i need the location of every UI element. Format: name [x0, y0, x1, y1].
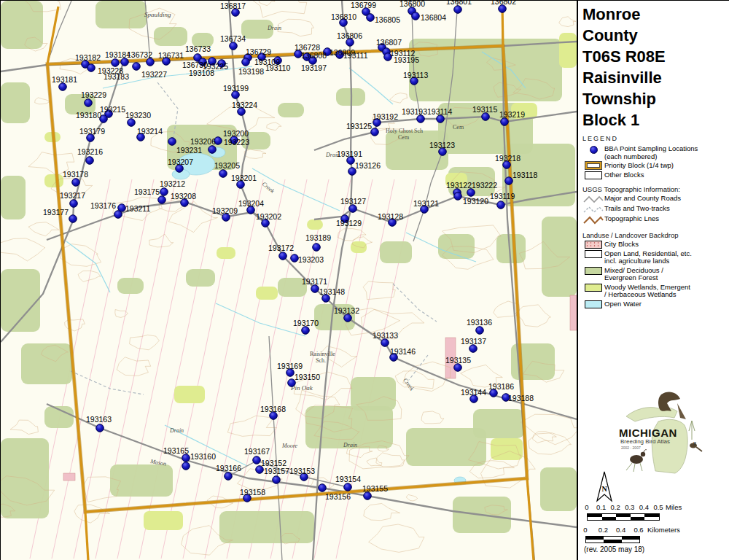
bba-point-label-193217: 193217 — [60, 191, 85, 200]
bba-point-label-193172: 193172 — [268, 244, 294, 252]
bba-point-label-193157: 193157 — [264, 467, 289, 475]
bba-point-label-193176: 193176 — [90, 201, 116, 210]
forest-patch — [1, 1, 43, 49]
legend-label: (each numbered) — [604, 152, 657, 160]
bba-point-label-193156: 193156 — [325, 492, 351, 501]
logo-numeral: II — [693, 441, 696, 446]
bba-point-label-136733: 136733 — [185, 44, 211, 53]
bba-point-193118 — [505, 177, 513, 185]
legend-item-wetland: Woody Wetlands, Emergent / Herbaceous We… — [582, 284, 729, 299]
bba-point-label-193182: 193182 — [75, 53, 101, 62]
title-line: Township — [582, 88, 729, 109]
bba-point-193222 — [467, 189, 475, 197]
bba-point-193228 — [87, 64, 95, 72]
trail-zigzag-icon — [583, 205, 604, 214]
legend-item-other-blocks: Other Blocks — [582, 171, 729, 179]
forest-patch — [473, 409, 524, 438]
bba-point-label-193179: 193179 — [79, 127, 105, 136]
bba-point-label-193122: 193122 — [446, 181, 472, 190]
bba-point-193184 — [112, 59, 120, 67]
scalebar-segment — [604, 540, 621, 542]
scalebar-tick: 0.3 — [625, 503, 634, 511]
scalebar-segment — [588, 517, 602, 520]
legend-item-trails: Trails and Two-tracks — [582, 205, 729, 214]
bba-point-label-193148: 193148 — [319, 287, 345, 296]
bba-point-label-136802: 136802 — [491, 1, 516, 6]
bba-point-label-193206: 193206 — [190, 137, 216, 146]
legend-label: City Blocks — [604, 241, 639, 249]
title-line: Monroe — [582, 4, 729, 25]
bba-point-label-193128: 193128 — [378, 212, 403, 221]
bba-point-label-193207: 193207 — [168, 158, 193, 166]
forest-patch — [154, 27, 187, 46]
bba-point-136802 — [499, 5, 507, 13]
map-canvas: SpauldingDrainHoly Ghost SchCemCemDrainC… — [1, 1, 577, 560]
legend-item-roads: Major and County Roads — [582, 195, 729, 203]
bba-point-label-193193: 193193 — [402, 107, 427, 116]
bba-point-label-193171: 193171 — [302, 277, 327, 286]
road-zigzag-icon — [583, 195, 604, 203]
bba-point-193212 — [160, 188, 168, 196]
priority-block-swatch — [585, 162, 601, 169]
bba-point-label-193205: 193205 — [214, 161, 240, 170]
bba-point-193170 — [302, 327, 310, 335]
wetland-patch — [256, 287, 278, 300]
wetland-patch — [144, 511, 183, 530]
bba-point-label-193137: 193137 — [461, 337, 486, 346]
bba-point-193165 — [182, 454, 190, 462]
place-label: Raisinville — [310, 351, 335, 357]
legend-item-open-land: Open Land, Residential, etc. incl. agric… — [582, 250, 729, 265]
bba-point-label-193218: 193218 — [495, 154, 521, 163]
revision-note: (rev. 2005 may 18) — [584, 545, 644, 553]
bba-point-label-193197: 193197 — [301, 63, 327, 72]
bba-point-label-193222: 193222 — [472, 181, 497, 190]
legend-heading: LEGEND — [582, 135, 729, 142]
bba-point-193137 — [469, 345, 477, 353]
bba-point-193115 — [482, 113, 490, 121]
open-water-swatch — [585, 300, 602, 308]
bba-point-label-193180: 193180 — [76, 111, 101, 120]
title-line: T06S R08E — [582, 46, 729, 67]
legend-item-open-water: Open Water — [582, 300, 729, 308]
legend-label: Open Water — [604, 300, 642, 308]
miles-scalebar — [587, 513, 660, 521]
bba-block-map-page: SpauldingDrainHoly Ghost SchCemCemDrainC… — [0, 0, 729, 560]
bba-point-label-193231: 193231 — [176, 146, 202, 155]
bba-point-193177 — [69, 215, 77, 223]
bba-point-label-193191: 193191 — [337, 149, 362, 158]
bba-point-193189 — [313, 244, 321, 252]
bba-point-136805 — [367, 14, 375, 22]
forest-patch — [117, 278, 144, 294]
bba-point-136804 — [412, 12, 420, 20]
scalebar-tick: 0.1 — [596, 503, 606, 511]
place-label: Cem — [398, 134, 410, 141]
bba-point-label-136810: 136810 — [331, 12, 356, 21]
km-scalebar — [585, 536, 640, 543]
legend-label: Mixed/ Deciduous / — [604, 266, 663, 274]
bba-point-label-193223: 193223 — [224, 138, 249, 147]
bba-point-label-193201: 193201 — [231, 174, 257, 182]
bba-point-label-193204: 193204 — [238, 199, 264, 208]
legend-item-bba-points: BBA Point Sampling Locations (each numbe… — [582, 145, 729, 160]
city-block — [570, 295, 577, 330]
legend-item-topo-lines: Topographic Lnes — [582, 215, 729, 225]
bba-point-label-136808: 136808 — [301, 51, 327, 60]
title-line: Raisinville — [582, 67, 729, 88]
bba-point-label-136807: 136807 — [376, 38, 402, 47]
scalebar-segment — [586, 540, 604, 542]
bba-point-193166 — [225, 472, 233, 481]
legend-label: / Herbaceous Wetlands — [604, 290, 677, 298]
scalebar-tick: 0.4 — [639, 503, 649, 511]
bba-point-label-136805: 136805 — [375, 15, 400, 24]
bba-point-193205 — [219, 170, 227, 178]
bba-point-193114 — [437, 115, 445, 123]
bba-point-label-193200: 193200 — [223, 129, 249, 138]
bba-point-label-193118: 193118 — [512, 171, 537, 179]
forest-patch — [1, 176, 26, 219]
open-land-swatch — [585, 250, 602, 258]
bba-point-label-193160: 193160 — [190, 452, 216, 461]
bba-point-label-193219: 193219 — [499, 110, 525, 119]
place-label: Sch. — [316, 357, 326, 364]
forest-swatch — [585, 267, 602, 275]
forest-patch — [278, 103, 304, 117]
